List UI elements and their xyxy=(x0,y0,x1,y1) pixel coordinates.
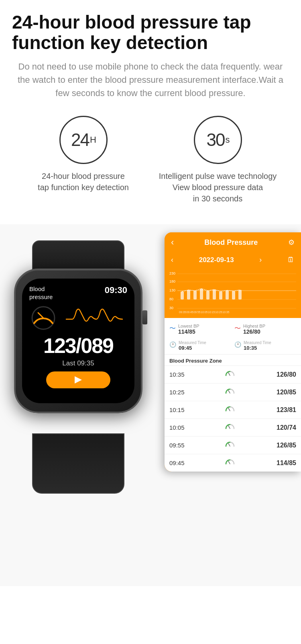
svg-line-34 xyxy=(228,461,230,464)
bp-row-reading: 114/85 xyxy=(268,459,296,467)
app-time-row: 🕐 Measured Time 09:45 🕐 Measured Time 10… xyxy=(165,339,301,355)
svg-rect-15 xyxy=(200,289,203,299)
feature-2-label: Intelligent pulse wave technologyView bl… xyxy=(159,170,277,204)
highest-bp-wave-icon: 〜 xyxy=(234,324,241,333)
measured-time-1: 🕐 Measured Time 09:45 xyxy=(169,340,231,351)
app-header: ‹ Blood Pressure ⚙ xyxy=(165,232,301,252)
watch-top-row: Bloodpressure 09:30 xyxy=(29,285,127,301)
watch-screen: Bloodpressure 09:30 xyxy=(22,279,134,403)
watch-wave xyxy=(61,307,127,329)
svg-rect-13 xyxy=(187,290,190,299)
watch-strap-bottom xyxy=(32,433,124,494)
svg-rect-14 xyxy=(193,291,197,299)
watch-play-button[interactable] xyxy=(46,371,110,388)
lowest-bp-label: Lowest BP xyxy=(178,324,199,328)
bp-row-time: 10:15 xyxy=(169,406,191,413)
svg-text:80: 80 xyxy=(169,297,173,301)
feature-1-label: 24-hour blood pressuretap function key d… xyxy=(38,170,129,193)
watch-gauge-area xyxy=(29,304,127,332)
bp-row-time: 09:45 xyxy=(169,459,191,466)
clock-icon-2: 🕐 xyxy=(234,341,241,348)
svg-text:10:35: 10:35 xyxy=(222,311,230,314)
gauge-icon xyxy=(224,388,236,397)
watch-reading: 123/089 xyxy=(29,334,127,358)
svg-rect-16 xyxy=(206,291,209,299)
app-title: Blood Pressure xyxy=(174,238,288,247)
highest-bp-value: 126/80 xyxy=(243,328,265,335)
feature-1-icon-sub: H xyxy=(90,135,96,145)
gauge-icon xyxy=(224,423,236,432)
app-card: ‹ Blood Pressure ⚙ ‹ 2022-09-13 › 🗓 230 … xyxy=(165,232,301,472)
measured-time-2: 🕐 Measured Time 10:35 xyxy=(234,340,296,351)
bp-row: 10:35 126/80 xyxy=(165,365,301,383)
svg-line-31 xyxy=(228,408,230,411)
svg-text:130: 130 xyxy=(169,288,175,292)
gauge-icon xyxy=(224,458,236,468)
bp-row-reading: 126/85 xyxy=(268,442,296,449)
lowest-bp-value: 114/85 xyxy=(178,328,199,335)
watch-gauge xyxy=(29,304,57,332)
feature-1-icon: 24H xyxy=(59,116,108,164)
measured-time-1-label: Measured Time xyxy=(179,340,206,345)
highest-bp-label: Highest BP xyxy=(243,324,265,328)
svg-text:10:05: 10:05 xyxy=(201,311,208,314)
clock-icon-1: 🕐 xyxy=(169,341,176,348)
svg-text:230: 230 xyxy=(169,271,175,275)
feature-2-icon-sub: s xyxy=(225,135,229,145)
lowest-bp-item: 〜 Lowest BP 114/85 xyxy=(169,322,231,336)
bp-row-time: 10:05 xyxy=(169,424,191,431)
app-date: 2022-09-13 xyxy=(199,256,234,264)
bp-row: 10:05 120/74 xyxy=(165,418,301,436)
bp-row: 09:45 114/85 xyxy=(165,454,301,472)
bp-row-reading: 120/74 xyxy=(268,424,296,431)
calendar-icon[interactable]: 🗓 xyxy=(287,256,295,264)
back-icon[interactable]: ‹ xyxy=(171,237,174,248)
app-chart-area: 230 180 130 80 30 xyxy=(165,267,301,318)
date-next-button[interactable]: › xyxy=(259,256,262,264)
svg-line-33 xyxy=(228,443,230,446)
svg-text:10:25: 10:25 xyxy=(215,311,222,314)
bp-row: 09:55 126/85 xyxy=(165,436,301,454)
main-title: 24-hour blood pressure tap function key … xyxy=(12,12,289,53)
svg-line-1 xyxy=(38,313,43,318)
svg-rect-12 xyxy=(181,291,184,299)
measured-time-2-value: 10:35 xyxy=(244,345,271,351)
feature-2-icon: 30s xyxy=(194,116,242,164)
watch-container: Bloodpressure 09:30 xyxy=(0,236,169,586)
svg-text:09:35: 09:35 xyxy=(179,311,186,314)
measured-time-2-label: Measured Time xyxy=(244,340,271,345)
watch-last: Last 09:35 xyxy=(29,359,127,367)
feature-1-icon-value: 24 xyxy=(71,130,89,150)
svg-rect-18 xyxy=(219,291,222,299)
features-row: 24H 24-hour blood pressuretap function k… xyxy=(12,116,289,204)
feature-2-icon-value: 30 xyxy=(207,130,225,150)
top-section: 24-hour blood pressure tap function key … xyxy=(0,0,301,224)
date-prev-button[interactable]: ‹ xyxy=(171,256,173,264)
app-stats: 〜 Lowest BP 114/85 〜 Highest BP 126/80 xyxy=(165,318,301,339)
svg-text:09:45: 09:45 xyxy=(186,311,193,314)
watch-time: 09:30 xyxy=(105,285,127,295)
bp-row-reading: 120/85 xyxy=(268,389,296,396)
play-icon xyxy=(75,376,82,384)
feature-2: 30s Intelligent pulse wave technologyVie… xyxy=(153,116,283,204)
lowest-bp-wave-icon: 〜 xyxy=(169,324,176,333)
bp-rows-container: 10:35 126/80 10:25 120/85 10:15 xyxy=(165,365,301,472)
gauge-icon xyxy=(224,370,236,379)
svg-line-32 xyxy=(228,426,230,429)
svg-rect-21 xyxy=(238,290,242,299)
svg-rect-19 xyxy=(226,290,229,299)
gauge-icon xyxy=(224,441,236,450)
gauge-icon xyxy=(224,405,236,414)
lower-section: Bloodpressure 09:30 xyxy=(0,224,301,586)
watch-label: Bloodpressure xyxy=(29,285,53,301)
svg-text:180: 180 xyxy=(169,279,175,283)
watch-side-button xyxy=(142,310,147,324)
bp-row: 10:15 123/81 xyxy=(165,401,301,418)
svg-text:30: 30 xyxy=(169,306,173,310)
svg-text:10:15: 10:15 xyxy=(208,311,215,314)
app-date-row: ‹ 2022-09-13 › 🗓 xyxy=(165,252,301,267)
svg-line-30 xyxy=(228,390,230,393)
svg-line-29 xyxy=(228,373,230,375)
bp-row-time: 09:55 xyxy=(169,442,191,449)
settings-icon[interactable]: ⚙ xyxy=(288,238,295,247)
